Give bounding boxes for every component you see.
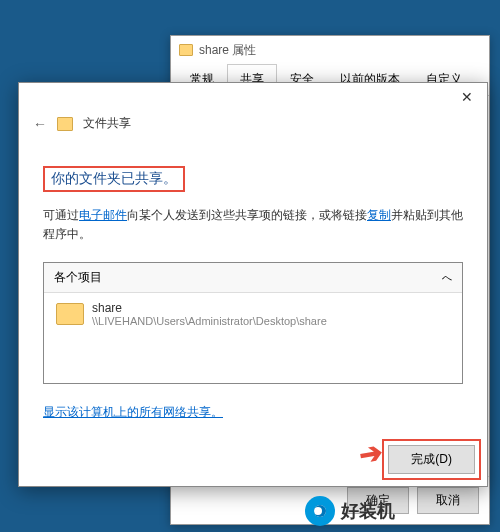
list-item[interactable]: share \\LIVEHAND\Users\Administrator\Des… xyxy=(56,301,450,327)
instruction-prefix: 可通过 xyxy=(43,208,79,222)
share-content: 你的文件夹已共享。 可通过电子邮件向某个人发送到这些共享项的链接，或将链接复制并… xyxy=(19,142,487,431)
properties-titlebar: share 属性 xyxy=(171,36,489,64)
item-text: share \\LIVEHAND\Users\Administrator\Des… xyxy=(92,301,327,327)
instruction-text: 可通过电子邮件向某个人发送到这些共享项的链接，或将链接复制并粘贴到其他程序中。 xyxy=(43,206,463,244)
back-arrow-icon[interactable]: ← xyxy=(33,116,47,132)
items-header-label: 各个项目 xyxy=(54,269,102,286)
chevron-up-icon: へ xyxy=(442,271,452,285)
show-all-shares-link[interactable]: 显示该计算机上的所有网络共享。 xyxy=(43,405,223,419)
email-link[interactable]: 电子邮件 xyxy=(79,208,127,222)
item-name: share xyxy=(92,301,327,315)
watermark: 好装机 xyxy=(305,496,395,526)
done-row: 完成(D) xyxy=(388,445,475,474)
instruction-mid: 向某个人发送到这些共享项的链接，或将链接 xyxy=(127,208,367,222)
done-button[interactable]: 完成(D) xyxy=(388,445,475,474)
folder-icon xyxy=(56,303,84,325)
watermark-icon xyxy=(305,496,335,526)
folder-icon xyxy=(179,44,193,56)
cancel-button[interactable]: 取消 xyxy=(417,487,479,514)
copy-link[interactable]: 复制 xyxy=(367,208,391,222)
share-header: ← 文件共享 xyxy=(19,111,487,142)
file-sharing-dialog: ✕ ← 文件共享 你的文件夹已共享。 可通过电子邮件向某个人发送到这些共享项的链… xyxy=(18,82,488,487)
share-header-text: 文件共享 xyxy=(83,115,131,132)
items-header[interactable]: 各个项目 へ xyxy=(44,263,462,293)
properties-title-text: share 属性 xyxy=(199,36,256,64)
item-path: \\LIVEHAND\Users\Administrator\Desktop\s… xyxy=(92,315,327,327)
folder-share-icon xyxy=(57,117,73,131)
shared-heading: 你的文件夹已共享。 xyxy=(51,170,177,186)
shared-items-box: 各个项目 へ share \\LIVEHAND\Users\Administra… xyxy=(43,262,463,384)
items-list: share \\LIVEHAND\Users\Administrator\Des… xyxy=(44,293,462,383)
shared-heading-highlight: 你的文件夹已共享。 xyxy=(43,166,185,192)
annotation-arrow-icon: ➔ xyxy=(356,435,384,471)
watermark-text: 好装机 xyxy=(341,499,395,523)
share-titlebar: ✕ xyxy=(19,83,487,111)
close-icon[interactable]: ✕ xyxy=(455,87,479,107)
